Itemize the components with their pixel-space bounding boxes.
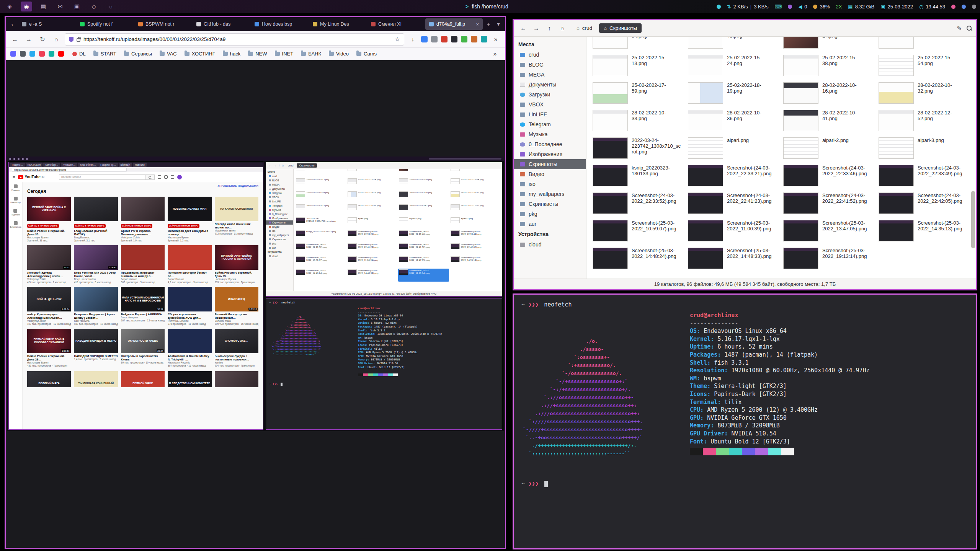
file-item[interactable]: Screenshot-(24-03-2022_22:33:46).png — [781, 162, 874, 190]
file-item[interactable]: 25-02-2022-15-38.png — [781, 52, 874, 80]
usage-module[interactable]: 36% — [813, 4, 830, 10]
file-item[interactable]: 2022-03-24-223742_1308x710_scrot.png — [590, 135, 683, 162]
file-item[interactable]: Screenshot-(25-03-2022_11:00:39).png — [686, 217, 779, 245]
sidebar-place-item[interactable]: Загрузки — [514, 90, 586, 99]
tab-list-chevron-icon[interactable]: ▾ — [494, 21, 503, 28]
camera-bookmark-icon[interactable] — [20, 51, 26, 57]
workspace-files-icon[interactable]: ▤ — [38, 2, 49, 11]
sidebar-place-item[interactable]: Скринкасты — [514, 199, 586, 209]
sidebar-place-item[interactable]: LinLIFE — [514, 109, 586, 119]
bookmark-item[interactable]: БАНК — [298, 50, 324, 58]
file-item[interactable]: Screenshot-(24-03-2022_22:33:49).png — [876, 162, 969, 190]
home-icon[interactable]: ⌂ — [51, 34, 62, 45]
forward-icon[interactable]: → — [531, 23, 542, 34]
sidebar-place-item[interactable]: Изображения — [514, 149, 586, 159]
file-item[interactable]: 25-02-2022-17-59.png — [590, 80, 683, 107]
sidebar-place-item[interactable]: pkg — [514, 209, 586, 219]
edit-path-icon[interactable]: ✎ — [957, 25, 962, 32]
sidebar-place-item[interactable]: MEGA — [514, 70, 586, 80]
lock-icon[interactable] — [77, 38, 80, 42]
bookmarks-overflow-icon[interactable]: » — [490, 49, 500, 59]
file-item[interactable]: Screenshot-(24-03-2022_22:33:52).png — [590, 190, 683, 217]
sidebar-place-item[interactable]: Скриншоты — [514, 159, 586, 169]
indicator-icon[interactable] — [788, 5, 792, 9]
bookmark-item[interactable]: START — [90, 50, 119, 58]
sidebar-place-item[interactable]: BLOG — [514, 60, 586, 70]
sidebar-place-item[interactable]: Видео — [514, 169, 586, 179]
bookmark-item[interactable]: Сервисы — [121, 50, 155, 58]
search-icon[interactable] — [966, 25, 972, 31]
browser-tab[interactable]: Сменил XI × — [367, 18, 425, 30]
bookmark-item[interactable]: VAC — [157, 50, 180, 58]
workspace-chat-icon[interactable]: ✉ — [54, 2, 66, 11]
tampermonkey-icon[interactable] — [471, 36, 477, 42]
file-item[interactable]: Screenshot-(25-03-2022_10:59:07).png — [590, 217, 683, 245]
file-item[interactable]: Screenshot-(24-03-2022_22:42:05).png — [876, 190, 969, 217]
path-segment[interactable]: ⌂ crud — [572, 23, 597, 33]
microphone-icon[interactable] — [951, 5, 956, 9]
sidebar-place-item[interactable]: aur — [514, 219, 586, 229]
downloads-icon[interactable]: ↓ — [407, 34, 418, 45]
file-item[interactable]: Screenshot-(25-03-2022_14:48:24).png — [590, 245, 683, 272]
power-icon[interactable] — [972, 5, 976, 9]
memory-module[interactable]: ▦8.32 GiB — [848, 4, 874, 10]
sidebar-place-item[interactable]: Документы — [514, 80, 586, 90]
network-speed-module[interactable]: ⇅ 2 KB/s|3 KB/s — [727, 4, 769, 10]
screenshot-extension-icon[interactable] — [431, 36, 438, 42]
back-icon[interactable]: ← — [518, 23, 529, 34]
date-module[interactable]: ▣25-03-2022 — [880, 4, 913, 10]
youtube-bookmark-icon[interactable] — [58, 51, 64, 57]
file-item[interactable]: 25-02-2022-15-54.png — [876, 52, 969, 80]
sidebar-place-item[interactable]: my_wallpapers — [514, 189, 586, 199]
file-item[interactable]: ksnip_20220323-130133.png — [590, 162, 683, 190]
clock-module[interactable]: ◷19:44:53 — [919, 4, 945, 10]
pocket-bookmark-icon[interactable] — [39, 51, 45, 57]
tab-close-icon[interactable]: × — [476, 21, 479, 27]
overflow-chevrons-icon[interactable]: » — [490, 34, 501, 45]
home-icon[interactable]: ⌂ — [557, 23, 568, 34]
bookmark-star-icon[interactable]: ☆ — [395, 36, 400, 43]
file-item[interactable]: 25-02-2022-12-43.png — [686, 37, 779, 52]
file-item[interactable]: 25-02-2022-14-11.png — [876, 37, 969, 52]
prompt-line[interactable]: ~ ❯❯❯ — [521, 480, 969, 487]
workspace-web-icon[interactable]: ◉ — [21, 2, 32, 11]
browser-tab[interactable]: Spotify not f × — [76, 18, 134, 30]
sidebar-place-item[interactable]: iso — [514, 179, 586, 189]
download-manager-icon[interactable] — [421, 36, 428, 42]
sidebar-place-item[interactable]: crud — [514, 50, 586, 60]
file-item[interactable]: Screenshot-(24-03-2022_22:41:52).png — [781, 190, 874, 217]
sidebar-place-item[interactable]: Telegram — [514, 119, 586, 129]
file-item[interactable]: 25-02-2022-13-14.png — [781, 37, 874, 52]
address-bar[interactable]: https://tenkoff.ru/uploads/images/00/00/… — [65, 33, 404, 46]
mastodon-bookmark-icon[interactable] — [10, 51, 16, 57]
translator-extension-icon[interactable] — [481, 36, 487, 42]
workspace-misc-icon[interactable]: ◌ — [105, 2, 116, 11]
file-item[interactable]: Screenshot-(25-03-2022_14:35:13).png — [876, 217, 969, 245]
file-item[interactable]: Screenshot-(25-03-2022_19:13:14).png — [781, 245, 874, 272]
file-item[interactable]: Screenshot-(25-03-2022_14:48:33).png — [686, 245, 779, 272]
path-segment[interactable]: ⌂ Скриншоты — [599, 23, 642, 33]
browser-tab[interactable]: GitHub - das × — [193, 18, 250, 30]
layout-indicator[interactable]: 2X — [836, 4, 842, 10]
forward-icon[interactable]: → — [23, 34, 34, 45]
scrollbar-thumb[interactable] — [971, 191, 975, 248]
bookmark-item[interactable]: ХОСТИНГ — [181, 50, 218, 58]
browser-tab[interactable]: How does bsp × — [251, 18, 308, 30]
file-item[interactable]: Screenshot-(25-03-2022_13:47:05).png — [781, 217, 874, 245]
bookmark-item[interactable]: Video — [326, 50, 352, 58]
file-item[interactable]: alpari-2.png — [781, 135, 874, 162]
browser-tab[interactable]: e -a S × — [18, 18, 75, 30]
file-item[interactable]: 28-02-2022-12-52.png — [876, 107, 969, 135]
ublock-origin-icon[interactable] — [441, 36, 448, 42]
workspace-launcher-icon[interactable]: ◈ — [4, 2, 15, 11]
file-item[interactable]: 25-02-2022-15-24.png — [686, 52, 779, 80]
volume-module[interactable]: ◀0 — [798, 4, 807, 10]
url-text[interactable]: https://tenkoff.ru/uploads/images/00/00/… — [83, 36, 392, 42]
viewed-image[interactable]: Подпис…NEXTA LiveМинобор…Лукашен…Курс об… — [7, 156, 504, 431]
file-item[interactable]: alpari-3.png — [876, 135, 969, 162]
file-item[interactable]: Screenshot-(24-03-2022_22:41:23).png — [686, 190, 779, 217]
bookmark-item[interactable]: NEW — [245, 50, 270, 58]
tracking-shield-icon[interactable] — [69, 37, 74, 42]
tab-scroll-left-icon[interactable]: ‹ — [8, 21, 16, 28]
bookmark-item[interactable]: DL — [69, 50, 89, 58]
